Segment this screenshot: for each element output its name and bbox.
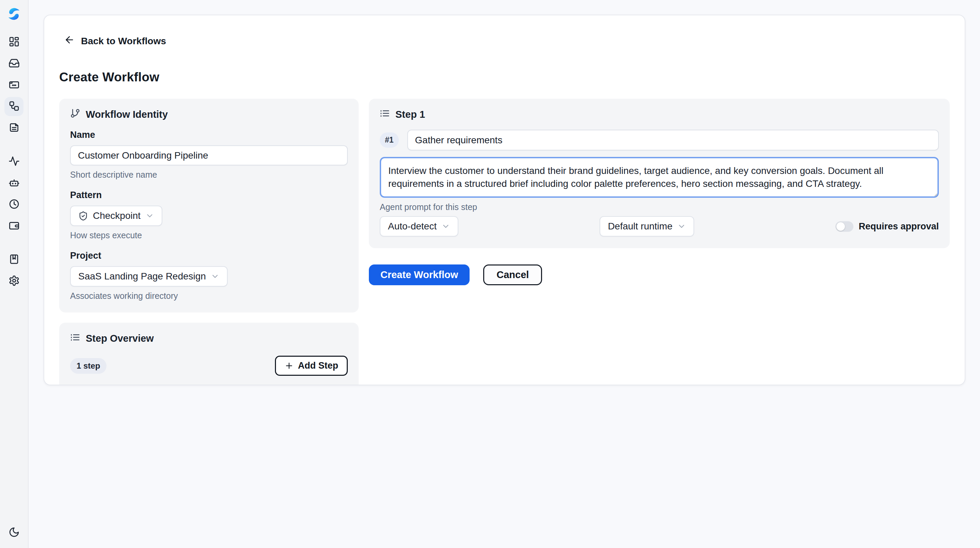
pattern-value: Checkpoint [93,210,140,221]
create-workflow-button[interactable]: Create Workflow [369,264,469,285]
cancel-button[interactable]: Cancel [483,264,542,285]
name-label: Name [70,130,348,140]
layout-dashboard-icon [8,36,20,49]
back-to-workflows-link[interactable]: Back to Workflows [64,34,166,48]
add-step-button[interactable]: Add Step [275,356,348,376]
overview-panel-title: Step Overview [86,333,154,344]
plus-icon [285,361,294,370]
shield-check-icon [78,211,88,221]
model-value: Auto-detect [388,221,437,232]
file-text-icon [8,122,20,134]
pattern-select[interactable]: Checkpoint [70,206,162,226]
sidebar-item-agents[interactable] [5,174,24,193]
pattern-label: Pattern [70,190,348,201]
runtime-select[interactable]: Default runtime [600,216,694,237]
page-title: Create Workflow [59,70,950,84]
sidebar [0,0,29,548]
chevron-down-icon [441,222,450,231]
moon-icon [8,527,20,539]
workflow-icon [8,100,20,113]
inbox-icon [8,57,20,70]
workflow-name-input[interactable] [70,145,348,166]
step-name-input[interactable] [407,130,939,150]
project-value: SaaS Landing Page Redesign [78,271,206,282]
name-helper: Short descriptive name [70,170,348,180]
back-label: Back to Workflows [81,36,166,47]
clock-icon [8,198,20,211]
step-panel-title: Step 1 [395,109,425,120]
requires-approval-label: Requires approval [859,221,939,232]
wallet-icon [8,220,20,233]
main-content: Back to Workflows Create Workflow Workfl… [29,0,980,548]
list-icon [380,108,390,121]
sidebar-item-dashboard[interactable] [5,33,24,52]
step-count-badge: 1 step [70,358,107,374]
app-logo[interactable] [6,6,22,22]
arrow-left-icon [64,34,75,48]
sidebar-item-library[interactable] [5,250,24,269]
chevron-down-icon [211,272,220,281]
sidebar-item-inbox[interactable] [5,54,24,73]
step-1-panel: Step 1 #1 Agent prompt for this step Aut… [369,99,950,248]
runtime-value: Default runtime [608,221,672,232]
project-label: Project [70,250,348,261]
sidebar-item-documents[interactable] [5,118,24,137]
step-overview-panel: Step Overview 1 step Add Step #1 Gather … [59,323,359,385]
sidebar-item-billing[interactable] [5,217,24,236]
toggle-knob [837,222,845,231]
book-marked-icon [8,253,20,266]
sidebar-item-projects[interactable] [5,76,24,95]
step-prompt-textarea[interactable] [380,157,939,198]
activity-icon [8,156,20,168]
requires-approval-toggle[interactable] [835,221,853,232]
sidebar-item-workflows[interactable] [5,97,24,116]
bot-icon [8,177,20,190]
folder-dot-icon [8,79,20,92]
project-helper: Associates working directory [70,291,348,301]
model-select[interactable]: Auto-detect [380,216,458,237]
list-icon [70,332,80,345]
create-workflow-surface: Back to Workflows Create Workflow Workfl… [43,14,966,385]
workflow-identity-panel: Workflow Identity Name Short descriptive… [59,99,359,312]
add-step-label: Add Step [298,360,339,371]
theme-toggle-button[interactable] [5,523,24,542]
chevron-down-icon [145,211,154,220]
project-select[interactable]: SaaS Landing Page Redesign [70,266,228,287]
chevron-down-icon [677,222,686,231]
pattern-helper: How steps execute [70,231,348,240]
sidebar-item-settings[interactable] [5,272,24,291]
identity-panel-title: Workflow Identity [86,109,168,120]
sidebar-item-activity[interactable] [5,152,24,171]
step-index-badge: #1 [380,132,399,148]
gear-icon [8,275,20,288]
prompt-helper: Agent prompt for this step [380,202,939,212]
sidebar-item-history[interactable] [5,195,24,214]
git-branch-icon [70,108,80,121]
